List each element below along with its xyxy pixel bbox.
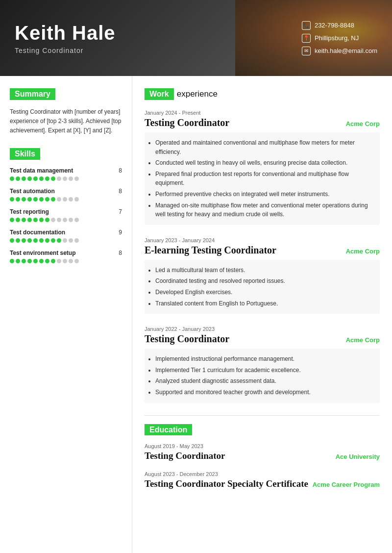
- dot-filled: [16, 238, 20, 243]
- skill-dots: [10, 197, 122, 201]
- job-title: Testing Coordinator: [145, 117, 229, 128]
- dot-empty: [69, 259, 73, 263]
- skill-score: 7: [119, 208, 122, 215]
- skill-name: Test documentation: [10, 229, 65, 236]
- dot-filled: [16, 197, 20, 201]
- candidate-name: Keith Hale: [15, 22, 302, 44]
- edu-date: August 2019 - May 2023: [145, 443, 380, 449]
- job-bullet: Analyzed student diagnostic assessment d…: [155, 377, 374, 386]
- right-column: Work experience January 2024 - PresentTe…: [132, 76, 392, 553]
- dot-empty: [63, 218, 67, 222]
- dot-empty: [74, 238, 79, 243]
- work-label-rest: experience: [177, 89, 218, 99]
- job-bullet: Managed on-site multiphase flow meter an…: [155, 201, 374, 219]
- contact-email: ✉ keith.hale@email.com: [302, 47, 377, 55]
- dot-empty: [63, 197, 67, 201]
- dot-empty: [63, 176, 67, 181]
- skills-label: Skills: [10, 148, 40, 160]
- dot-filled: [10, 176, 14, 181]
- edu-institution: Ace University: [336, 453, 380, 460]
- skill-item: Test environment setup8: [10, 250, 122, 263]
- dot-filled: [39, 197, 44, 201]
- dot-filled: [57, 238, 61, 243]
- header-content: Keith Hale Testing Coordinator 📞 232-798…: [0, 0, 392, 76]
- skill-dots: [10, 259, 122, 263]
- dot-filled: [16, 218, 20, 222]
- job-block: January 2023 - January 2024E-learning Te…: [145, 237, 380, 314]
- skills-list: Test data management8Test automation8Tes…: [10, 167, 122, 263]
- skill-item: Test automation8: [10, 188, 122, 201]
- job-date: January 2023 - January 2024: [145, 237, 380, 243]
- left-column: Summary Testing Coordinator with [number…: [0, 76, 132, 553]
- education-list: August 2019 - May 2023Testing Coordinato…: [145, 443, 380, 489]
- education-section: Education August 2019 - May 2023Testing …: [145, 426, 380, 489]
- job-bullet: Conducted well testing in heavy oil well…: [155, 158, 374, 168]
- job-bullet: Coordinated testing and resolved reporte…: [155, 276, 374, 286]
- work-label-highlight: Work: [145, 88, 174, 100]
- header-left: Keith Hale Testing Coordinator: [15, 22, 302, 54]
- dot-filled: [16, 176, 20, 181]
- edu-date: August 2023 - December 2023: [145, 471, 380, 477]
- education-label: Education: [145, 424, 192, 435]
- section-divider: [145, 415, 380, 416]
- edu-title: Testing Coordinator Specialty Certificat…: [145, 478, 308, 489]
- job-company: Acme Corp: [346, 248, 380, 255]
- job-company: Acme Corp: [346, 120, 380, 127]
- dot-filled: [51, 176, 55, 181]
- dot-empty: [74, 197, 79, 201]
- phone-text: 232-798-8848: [315, 22, 354, 29]
- dot-empty: [69, 238, 73, 243]
- dot-empty: [63, 238, 67, 243]
- dot-empty: [57, 197, 61, 201]
- dot-filled: [22, 238, 26, 243]
- job-company: Acme Corp: [346, 336, 380, 344]
- contact-location: 📍 Phillipsburg, NJ: [302, 34, 359, 43]
- dot-filled: [45, 259, 49, 263]
- edu-block: August 2019 - May 2023Testing Coordinato…: [145, 443, 380, 461]
- dot-empty: [69, 218, 73, 222]
- job-bullets: Operated and maintained conventional and…: [145, 132, 380, 225]
- dot-filled: [16, 259, 20, 263]
- resume-header: Keith Hale Testing Coordinator 📞 232-798…: [0, 0, 392, 76]
- dot-filled: [39, 176, 44, 181]
- skill-score: 8: [119, 188, 122, 195]
- work-experience-section: Work experience January 2024 - PresentTe…: [145, 88, 380, 403]
- dot-filled: [22, 197, 26, 201]
- job-bullet: Implemented Tier 1 curriculum for academ…: [155, 366, 374, 375]
- dot-empty: [57, 218, 61, 222]
- edu-block: August 2023 - December 2023Testing Coord…: [145, 471, 380, 489]
- dot-filled: [10, 218, 14, 222]
- edu-institution: Acme Career Program: [313, 481, 380, 488]
- dot-filled: [22, 259, 26, 263]
- job-title: E-learning Testing Coordinator: [145, 245, 276, 256]
- skill-dots: [10, 238, 122, 243]
- phone-icon: 📞: [302, 21, 311, 30]
- dot-empty: [74, 218, 79, 222]
- dot-empty: [57, 176, 61, 181]
- skill-score: 8: [119, 250, 122, 256]
- job-title: Testing Coordinator: [145, 333, 229, 345]
- skill-score: 9: [119, 229, 122, 236]
- job-bullet: Performed preventive checks on integrate…: [155, 190, 374, 199]
- dot-filled: [33, 238, 38, 243]
- dot-filled: [22, 218, 26, 222]
- dot-filled: [10, 238, 14, 243]
- dot-filled: [33, 176, 38, 181]
- skill-dots: [10, 218, 122, 222]
- skill-name: Test automation: [10, 188, 55, 195]
- dot-filled: [27, 218, 32, 222]
- dot-empty: [74, 176, 79, 181]
- dot-empty: [51, 218, 55, 222]
- jobs-list: January 2024 - PresentTesting Coordinato…: [145, 110, 380, 403]
- skill-dots: [10, 176, 122, 181]
- dot-empty: [74, 259, 79, 263]
- job-bullet: Supported and monitored teacher growth a…: [155, 388, 374, 397]
- job-bullet: Prepared final production test reports f…: [155, 170, 374, 188]
- dot-filled: [33, 197, 38, 201]
- skill-item: Test reporting7: [10, 208, 122, 222]
- dot-filled: [33, 218, 38, 222]
- location-icon: 📍: [302, 34, 311, 43]
- main-content: Summary Testing Coordinator with [number…: [0, 76, 392, 553]
- dot-filled: [45, 176, 49, 181]
- email-text: keith.hale@email.com: [315, 47, 377, 54]
